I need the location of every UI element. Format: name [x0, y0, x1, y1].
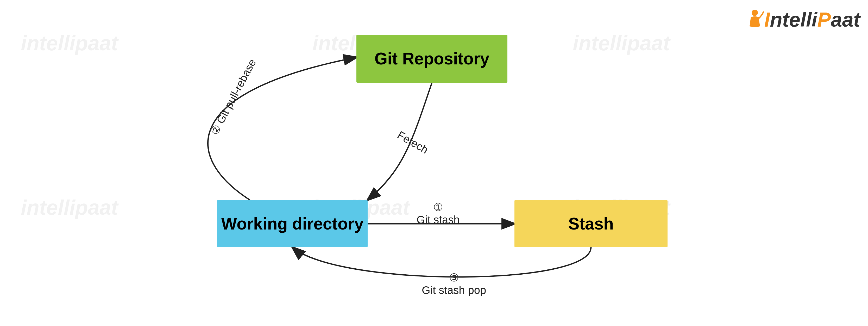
- stash-label: Stash: [568, 214, 614, 234]
- git-repository-label: Git Repository: [375, 49, 490, 68]
- working-directory-label: Working directory: [221, 214, 364, 234]
- git-stash-label: ① Git stash: [416, 201, 460, 226]
- stash-box: Stash: [515, 200, 668, 247]
- logo-person-icon: [746, 8, 764, 32]
- svg-point-2: [752, 10, 758, 16]
- logo-text: IntelliPaat: [764, 8, 860, 32]
- git-repository-box: Git Repository: [356, 35, 507, 83]
- intellipaat-logo: IntelliPaat: [746, 8, 860, 32]
- diagram-container: intellipaat intellipaat intellipaat inte…: [0, 0, 868, 326]
- working-directory-box: Working directory: [217, 200, 368, 247]
- stash-pop-label: ③ Git stash pop: [422, 271, 486, 297]
